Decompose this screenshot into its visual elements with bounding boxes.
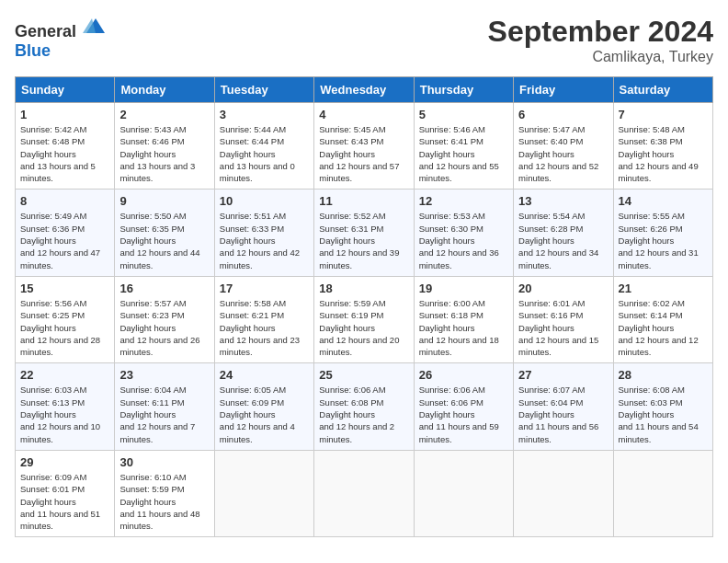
day-number: 15	[20, 282, 109, 295]
calendar-cell: 30 Sunrise: 6:10 AM Sunset: 5:59 PM Dayl…	[115, 450, 214, 536]
calendar-cell: 25 Sunrise: 6:06 AM Sunset: 6:08 PM Dayl…	[314, 363, 414, 450]
calendar-cell: 7 Sunrise: 5:48 AM Sunset: 6:38 PM Dayli…	[613, 103, 712, 190]
calendar-week-row: 8 Sunrise: 5:49 AM Sunset: 6:36 PM Dayli…	[16, 190, 713, 276]
calendar-cell: 16 Sunrise: 5:57 AM Sunset: 6:23 PM Dayl…	[115, 276, 214, 362]
weekday-header: Wednesday	[314, 77, 414, 103]
day-number: 22	[20, 368, 109, 382]
calendar-cell: 17 Sunrise: 5:58 AM Sunset: 6:21 PM Dayl…	[214, 276, 313, 362]
calendar-cell	[613, 450, 712, 536]
weekday-header: Monday	[115, 77, 214, 103]
day-info: Sunrise: 5:47 AM Sunset: 6:40 PM Dayligh…	[518, 123, 608, 184]
calendar-table: SundayMondayTuesdayWednesdayThursdayFrid…	[15, 76, 713, 537]
day-info: Sunrise: 5:49 AM Sunset: 6:36 PM Dayligh…	[20, 210, 109, 270]
day-number: 18	[319, 282, 408, 295]
calendar-cell: 12 Sunrise: 5:53 AM Sunset: 6:30 PM Dayl…	[414, 190, 513, 276]
day-number: 25	[319, 368, 408, 382]
calendar-cell: 20 Sunrise: 6:01 AM Sunset: 6:16 PM Dayl…	[514, 276, 613, 362]
calendar-cell: 6 Sunrise: 5:47 AM Sunset: 6:40 PM Dayli…	[514, 103, 613, 190]
calendar-cell: 10 Sunrise: 5:51 AM Sunset: 6:33 PM Dayl…	[214, 190, 313, 276]
calendar-cell: 5 Sunrise: 5:46 AM Sunset: 6:41 PM Dayli…	[414, 103, 513, 190]
day-number: 27	[518, 368, 608, 382]
day-number: 14	[619, 194, 708, 208]
calendar-cell	[214, 450, 313, 536]
day-number: 29	[20, 455, 109, 469]
month-title: September 2024	[488, 15, 713, 49]
calendar-cell: 1 Sunrise: 5:42 AM Sunset: 6:48 PM Dayli…	[16, 103, 115, 190]
day-info: Sunrise: 5:58 AM Sunset: 6:21 PM Dayligh…	[220, 297, 309, 358]
day-number: 6	[518, 108, 608, 121]
day-number: 7	[619, 108, 708, 121]
day-info: Sunrise: 6:04 AM Sunset: 6:11 PM Dayligh…	[119, 384, 209, 444]
calendar-cell: 8 Sunrise: 5:49 AM Sunset: 6:36 PM Dayli…	[16, 190, 115, 276]
calendar-cell: 24 Sunrise: 6:05 AM Sunset: 6:09 PM Dayl…	[214, 363, 313, 450]
logo-icon	[83, 15, 105, 37]
day-info: Sunrise: 6:07 AM Sunset: 6:04 PM Dayligh…	[518, 384, 608, 444]
calendar-cell: 27 Sunrise: 6:07 AM Sunset: 6:04 PM Dayl…	[514, 363, 613, 450]
calendar-cell: 9 Sunrise: 5:50 AM Sunset: 6:35 PM Dayli…	[115, 190, 214, 276]
day-number: 2	[119, 108, 209, 121]
calendar-cell: 11 Sunrise: 5:52 AM Sunset: 6:31 PM Dayl…	[314, 190, 414, 276]
calendar-cell: 2 Sunrise: 5:43 AM Sunset: 6:46 PM Dayli…	[115, 103, 214, 190]
day-info: Sunrise: 6:10 AM Sunset: 5:59 PM Dayligh…	[119, 471, 209, 532]
day-number: 16	[119, 282, 209, 295]
day-number: 1	[20, 108, 109, 121]
logo: General Blue	[15, 15, 105, 61]
day-number: 17	[220, 282, 309, 295]
location-title: Camlikaya, Turkey	[488, 49, 713, 65]
day-info: Sunrise: 5:45 AM Sunset: 6:43 PM Dayligh…	[319, 123, 408, 184]
logo-text: General Blue	[15, 15, 105, 61]
day-number: 26	[419, 368, 508, 382]
weekday-header: Tuesday	[214, 77, 313, 103]
day-number: 10	[220, 194, 309, 208]
weekday-header: Friday	[514, 77, 613, 103]
day-number: 20	[518, 282, 608, 295]
day-number: 30	[119, 455, 209, 469]
day-number: 8	[20, 194, 109, 208]
day-info: Sunrise: 5:44 AM Sunset: 6:44 PM Dayligh…	[220, 123, 309, 184]
calendar-cell: 15 Sunrise: 5:56 AM Sunset: 6:25 PM Dayl…	[16, 276, 115, 362]
calendar-week-row: 15 Sunrise: 5:56 AM Sunset: 6:25 PM Dayl…	[16, 276, 713, 362]
day-number: 13	[518, 194, 608, 208]
weekday-header: Sunday	[16, 77, 115, 103]
day-info: Sunrise: 5:55 AM Sunset: 6:26 PM Dayligh…	[619, 210, 708, 270]
calendar-cell: 19 Sunrise: 6:00 AM Sunset: 6:18 PM Dayl…	[414, 276, 513, 362]
day-number: 24	[220, 368, 309, 382]
day-number: 11	[319, 194, 408, 208]
day-info: Sunrise: 6:05 AM Sunset: 6:09 PM Dayligh…	[220, 384, 309, 444]
calendar-cell: 18 Sunrise: 5:59 AM Sunset: 6:19 PM Dayl…	[314, 276, 414, 362]
day-number: 19	[419, 282, 508, 295]
calendar-cell: 13 Sunrise: 5:54 AM Sunset: 6:28 PM Dayl…	[514, 190, 613, 276]
calendar-header-row: SundayMondayTuesdayWednesdayThursdayFrid…	[16, 77, 713, 103]
day-info: Sunrise: 6:03 AM Sunset: 6:13 PM Dayligh…	[20, 384, 109, 444]
day-info: Sunrise: 5:50 AM Sunset: 6:35 PM Dayligh…	[119, 210, 209, 270]
calendar-week-row: 29 Sunrise: 6:09 AM Sunset: 6:01 PM Dayl…	[16, 450, 713, 536]
calendar-cell	[314, 450, 414, 536]
day-number: 23	[119, 368, 209, 382]
day-info: Sunrise: 5:52 AM Sunset: 6:31 PM Dayligh…	[319, 210, 408, 270]
day-info: Sunrise: 5:42 AM Sunset: 6:48 PM Dayligh…	[20, 123, 109, 184]
calendar-cell: 21 Sunrise: 6:02 AM Sunset: 6:14 PM Dayl…	[613, 276, 712, 362]
calendar-cell	[414, 450, 513, 536]
day-number: 3	[220, 108, 309, 121]
calendar-cell	[514, 450, 613, 536]
svg-marker-1	[83, 18, 96, 33]
title-block: September 2024 Camlikaya, Turkey	[488, 15, 713, 65]
day-number: 12	[419, 194, 508, 208]
calendar-cell: 28 Sunrise: 6:08 AM Sunset: 6:03 PM Dayl…	[613, 363, 712, 450]
weekday-header: Saturday	[613, 77, 712, 103]
calendar-week-row: 1 Sunrise: 5:42 AM Sunset: 6:48 PM Dayli…	[16, 103, 713, 190]
page-header: General Blue September 2024 Camlikaya, T…	[15, 15, 713, 65]
day-number: 9	[119, 194, 209, 208]
day-info: Sunrise: 6:06 AM Sunset: 6:08 PM Dayligh…	[319, 384, 408, 444]
day-info: Sunrise: 5:54 AM Sunset: 6:28 PM Dayligh…	[518, 210, 608, 270]
logo-blue: Blue	[15, 41, 51, 60]
day-info: Sunrise: 6:09 AM Sunset: 6:01 PM Dayligh…	[20, 471, 109, 532]
day-info: Sunrise: 5:51 AM Sunset: 6:33 PM Dayligh…	[220, 210, 309, 270]
day-info: Sunrise: 5:53 AM Sunset: 6:30 PM Dayligh…	[419, 210, 508, 270]
day-number: 28	[619, 368, 708, 382]
day-info: Sunrise: 6:01 AM Sunset: 6:16 PM Dayligh…	[518, 297, 608, 358]
calendar-cell: 14 Sunrise: 5:55 AM Sunset: 6:26 PM Dayl…	[613, 190, 712, 276]
day-info: Sunrise: 6:02 AM Sunset: 6:14 PM Dayligh…	[619, 297, 708, 358]
weekday-header: Thursday	[414, 77, 513, 103]
day-info: Sunrise: 6:08 AM Sunset: 6:03 PM Dayligh…	[619, 384, 708, 444]
